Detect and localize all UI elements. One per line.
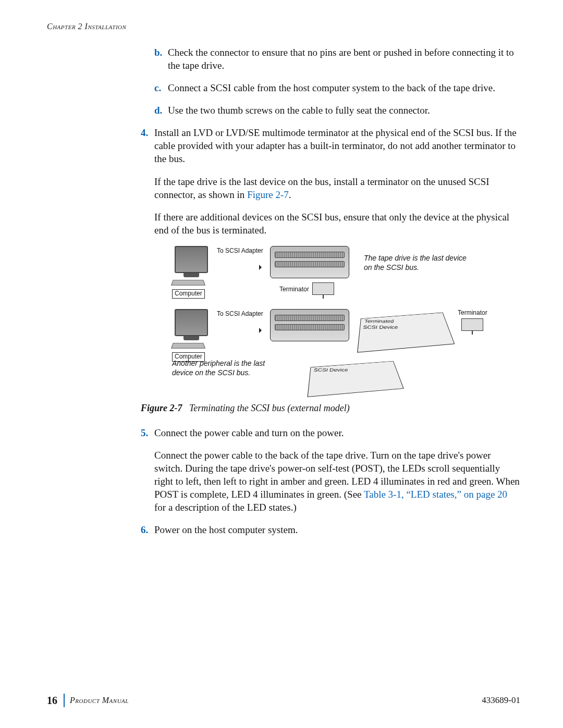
figure-number: Figure 2-7	[141, 403, 182, 413]
step-5-lead: Connect the power cable and turn on the …	[154, 427, 344, 438]
running-header: Chapter 2 Installation	[47, 22, 520, 31]
computer-label: Computer	[172, 289, 205, 299]
tape-drive-icon	[270, 309, 349, 341]
terminator-label: Terminator	[279, 286, 309, 294]
step-6-text: Power on the host computer system.	[154, 524, 298, 535]
step-6: 6. Power on the host computer system.	[141, 523, 520, 536]
table-3-1-link[interactable]: Table 3-1, “LED states,” on page 20	[364, 489, 507, 500]
step-4-text: Install an LVD or LVD/SE multimode termi…	[154, 127, 517, 164]
page-number: 16	[47, 695, 64, 707]
step-5: 5. Connect the power cable and turn on t…	[141, 426, 520, 439]
step-marker: 6.	[141, 523, 148, 536]
scsi-device-icon: SCSI Device	[308, 361, 404, 397]
figure-note-2: Another peripheral is the last device on…	[172, 359, 276, 378]
substep-c: c. Connect a SCSI cable from the host co…	[154, 81, 520, 94]
step-4-para2: If the tape drive is the last device on …	[154, 175, 520, 201]
scsi-device-label: SCSI Device	[313, 367, 348, 373]
to-scsi-adapter-label: To SCSI Adapter	[217, 247, 264, 255]
step-marker: 4.	[141, 126, 148, 139]
terminator-label: Terminator	[458, 309, 487, 317]
substep-text: Check the connector to ensure that no pi…	[168, 47, 514, 71]
step-5-item: 5. Connect the power cable and turn on t…	[141, 426, 520, 439]
figure-2-7-link[interactable]: Figure 2-7	[247, 189, 289, 200]
step-4-para3: If there are additional devices on the S…	[154, 211, 520, 237]
scsi-device-label: SCSI Device	[362, 325, 398, 330]
substep-text: Connect a SCSI cable from the host compu…	[168, 82, 495, 93]
page-footer: 16 Product Manual 433689-01	[47, 694, 520, 707]
computer-icon: Computer	[172, 246, 211, 299]
substep-marker: c.	[154, 81, 161, 94]
substep-d: d. Use the two thumb screws on the cable…	[154, 104, 520, 117]
substeps-list: b. Check the connector to ensure that no…	[154, 46, 520, 117]
substep-marker: d.	[154, 104, 162, 117]
step-4-item: 4. Install an LVD or LVD/SE multimode te…	[141, 126, 520, 165]
tape-drive-icon	[270, 246, 349, 278]
step-4: 4. Install an LVD or LVD/SE multimode te…	[141, 126, 520, 165]
terminator-icon	[461, 318, 483, 331]
footer-divider	[64, 694, 65, 707]
to-scsi-adapter-label: To SCSI Adapter	[217, 310, 264, 318]
figure-2-7: Computer To SCSI Adapter Terminator The …	[172, 246, 520, 396]
terminated-scsi-device-icon: TerminatedSCSI Device	[357, 312, 455, 352]
computer-icon: Computer	[172, 309, 211, 362]
terminated-label: Terminated	[364, 319, 394, 324]
text: for a description of the LED states.)	[154, 502, 297, 513]
figure-note-1: The tape drive is the last device on the…	[364, 253, 468, 273]
step-marker: 5.	[141, 426, 148, 439]
figure-caption: Figure 2-7 Terminating the SCSI bus (ext…	[141, 402, 520, 415]
text: .	[289, 189, 291, 200]
body-content: b. Check the connector to ensure that no…	[141, 46, 520, 536]
substep-marker: b.	[154, 46, 162, 59]
substep-text: Use the two thumb screws on the cable to…	[168, 105, 430, 116]
step-5-para: Connect the power cable to the back of t…	[154, 449, 520, 514]
substep-b: b. Check the connector to ensure that no…	[154, 46, 520, 72]
text: If the tape drive is the last device on …	[154, 176, 489, 200]
product-manual-label: Product Manual	[70, 696, 482, 705]
terminator-icon	[312, 282, 334, 295]
document-number: 433689-01	[482, 695, 520, 706]
figure-caption-text: Terminating the SCSI bus (external model…	[189, 403, 350, 413]
step-6-item: 6. Power on the host computer system.	[141, 523, 520, 536]
